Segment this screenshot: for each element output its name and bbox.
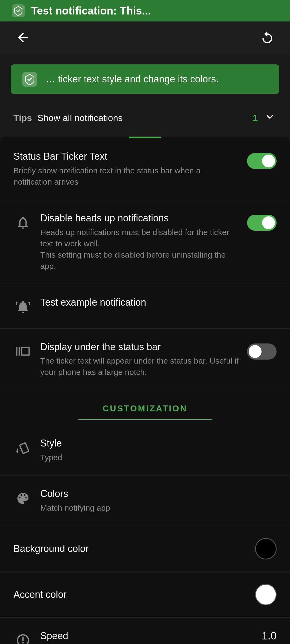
status-bar-ticker-content: Status Bar Ticker Text Briefly show noti… bbox=[13, 150, 239, 188]
display-under-statusbar-title: Display under the status bar bbox=[40, 341, 239, 353]
customization-divider bbox=[78, 419, 212, 420]
style-value: Typed bbox=[40, 452, 277, 463]
bell-icon bbox=[13, 213, 32, 232]
disable-heads-up-desc: Heads up notifications must be disabled … bbox=[40, 227, 239, 272]
toggle-thumb bbox=[262, 216, 275, 229]
display-under-statusbar-content: Display under the status bar The ticker … bbox=[40, 341, 239, 378]
speed-value: 1.0 bbox=[262, 630, 277, 642]
disable-heads-up-item[interactable]: Disable heads up notifications Heads up … bbox=[0, 200, 290, 284]
accent-color-item[interactable]: Accent color bbox=[0, 572, 290, 618]
tips-chevron-icon[interactable] bbox=[263, 110, 277, 126]
background-color-title: Background color bbox=[13, 543, 255, 555]
colors-icon bbox=[13, 489, 32, 508]
customization-header-text: CUSTOMIZATION bbox=[0, 404, 290, 414]
disable-heads-up-content: Disable heads up notifications Heads up … bbox=[40, 212, 239, 272]
style-icon bbox=[13, 438, 32, 457]
status-bar-ticker-toggle[interactable] bbox=[247, 153, 277, 169]
preview-banner-icon bbox=[21, 71, 38, 87]
statusbar-icon bbox=[13, 342, 32, 361]
toggle-thumb bbox=[249, 345, 262, 358]
style-title: Style bbox=[40, 437, 277, 450]
display-under-statusbar-toggle[interactable] bbox=[247, 343, 277, 360]
disable-heads-up-toggle[interactable] bbox=[247, 215, 277, 231]
test-notification-content: Test example notification bbox=[40, 296, 277, 309]
status-bar: Test notification: This... bbox=[0, 0, 290, 21]
display-under-statusbar-desc: The ticker text will appear under the st… bbox=[40, 355, 239, 378]
test-notification-title: Test example notification bbox=[40, 296, 277, 309]
colors-content: Colors Match notifying app bbox=[40, 488, 277, 514]
style-item[interactable]: Style Typed bbox=[0, 425, 290, 475]
colors-item[interactable]: Colors Match notifying app bbox=[0, 475, 290, 526]
tips-text: Show all notifications bbox=[37, 113, 247, 123]
accent-color-content: Accent color bbox=[13, 588, 255, 601]
bell-ring-icon bbox=[13, 298, 32, 316]
customization-header: CUSTOMIZATION bbox=[0, 390, 290, 425]
tips-section: Tips Show all notifications 1 bbox=[0, 99, 290, 137]
tips-label: Tips bbox=[13, 113, 32, 123]
speed-item[interactable]: Speed Changes the speed of the ticker an… bbox=[0, 618, 290, 644]
status-bar-ticker-desc: Briefly show notification text in the st… bbox=[13, 165, 239, 188]
display-under-statusbar-item[interactable]: Display under the status bar The ticker … bbox=[0, 329, 290, 390]
colors-title: Colors bbox=[40, 488, 277, 500]
status-bar-ticker-title: Status Bar Ticker Text bbox=[13, 150, 239, 163]
back-button[interactable] bbox=[13, 28, 32, 47]
preview-banner: … ticker text style and change its color… bbox=[11, 64, 279, 94]
status-bar-ticker-item[interactable]: Status Bar Ticker Text Briefly show noti… bbox=[0, 138, 290, 200]
preview-banner-text: … ticker text style and change its color… bbox=[46, 74, 219, 85]
colors-value: Match notifying app bbox=[40, 502, 277, 514]
disable-heads-up-title: Disable heads up notifications bbox=[40, 212, 239, 225]
speed-title: Speed bbox=[40, 630, 253, 642]
status-bar-title: Test notification: This... bbox=[31, 5, 151, 17]
app-logo bbox=[11, 3, 26, 18]
restore-button[interactable] bbox=[258, 28, 277, 47]
content-area: Status Bar Ticker Text Briefly show noti… bbox=[0, 137, 290, 644]
toggle-thumb bbox=[262, 155, 275, 167]
speed-content: Speed Changes the speed of the ticker an… bbox=[40, 630, 253, 644]
accent-color-title: Accent color bbox=[13, 588, 255, 601]
speed-icon bbox=[13, 631, 32, 644]
background-color-circle[interactable] bbox=[255, 538, 277, 559]
top-bar bbox=[0, 21, 290, 54]
background-color-content: Background color bbox=[13, 543, 255, 555]
test-notification-item[interactable]: Test example notification bbox=[0, 284, 290, 329]
style-content: Style Typed bbox=[40, 437, 277, 463]
tips-count: 1 bbox=[253, 113, 258, 123]
background-color-item[interactable]: Background color bbox=[0, 526, 290, 572]
accent-color-circle[interactable] bbox=[255, 584, 277, 605]
